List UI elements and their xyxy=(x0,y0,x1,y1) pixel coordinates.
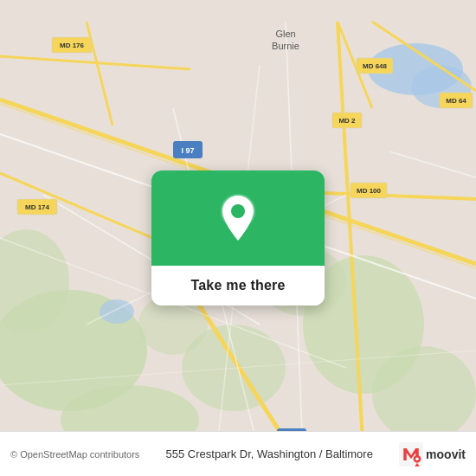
svg-text:Burnie: Burnie xyxy=(272,41,299,51)
svg-point-56 xyxy=(415,457,419,460)
svg-point-53 xyxy=(231,204,245,218)
map-container: I 97 I 97 I 97 MD 176 MD 174 MD 2 MD 100… xyxy=(0,0,476,476)
svg-text:MD 100: MD 100 xyxy=(357,187,382,195)
svg-rect-54 xyxy=(399,442,423,466)
moovit-brand-text: moovit xyxy=(426,447,466,461)
svg-text:MD 2: MD 2 xyxy=(338,117,356,125)
location-pin-icon xyxy=(217,192,259,244)
cta-card: Take me there xyxy=(151,170,325,306)
take-me-there-button[interactable]: Take me there xyxy=(151,266,325,306)
svg-point-5 xyxy=(372,346,476,441)
svg-text:MD 64: MD 64 xyxy=(446,97,466,105)
moovit-logo-icon xyxy=(399,442,423,466)
address-text: 555 Crestpark Dr, Washington / Baltimore xyxy=(139,447,399,460)
svg-text:Glen: Glen xyxy=(275,29,295,39)
svg-text:MD 176: MD 176 xyxy=(60,42,85,49)
svg-text:I 97: I 97 xyxy=(181,146,194,155)
svg-text:MD 174: MD 174 xyxy=(25,203,50,211)
moovit-logo: moovit xyxy=(399,442,466,466)
svg-text:MD 648: MD 648 xyxy=(363,62,388,70)
attribution-text: © OpenStreetMap contributors xyxy=(10,449,139,460)
bottom-bar: © OpenStreetMap contributors 555 Crestpa… xyxy=(0,431,476,476)
cta-green-area xyxy=(151,170,325,266)
